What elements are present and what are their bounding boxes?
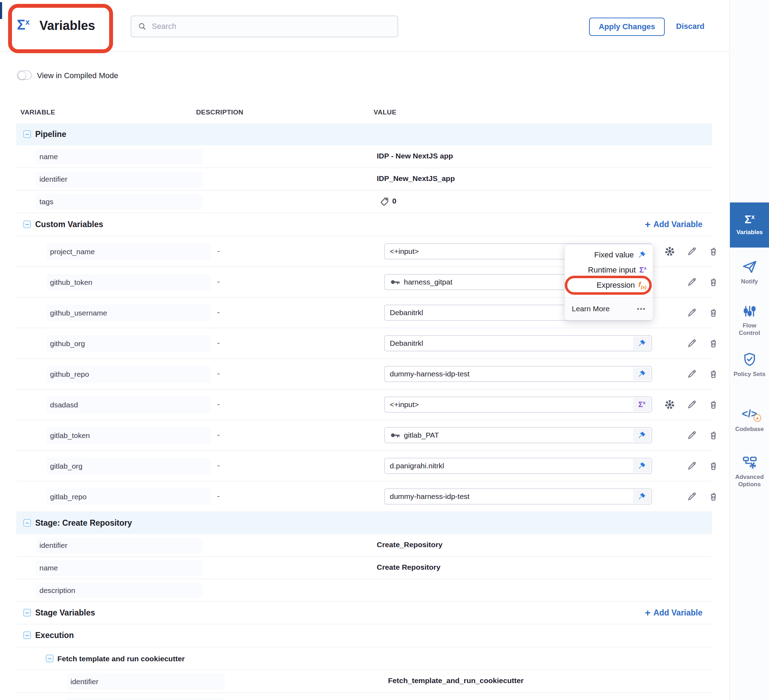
apply-changes-button[interactable]: Apply Changes (589, 18, 665, 36)
collapse-icon[interactable]: − (23, 519, 31, 527)
row-label-box: github_token (47, 274, 211, 291)
learn-more-link[interactable]: Learn More (572, 304, 610, 313)
delete-trash-icon[interactable] (708, 307, 719, 318)
edit-pencil-icon[interactable] (686, 399, 697, 410)
row-label-box: github_username (47, 304, 211, 322)
row-label-box: gitlab_org (47, 458, 211, 475)
shield-check-icon (742, 351, 758, 368)
menu-item-runtime-input[interactable]: Runtime input Σx (565, 262, 653, 277)
row-label-box: dsadasd (47, 396, 211, 414)
key-icon (390, 430, 401, 441)
section-pipeline: − Pipeline (16, 123, 712, 145)
table-row: identifier Create_Repository (16, 534, 712, 557)
sidebar-item-notify[interactable]: Notify (730, 259, 769, 285)
collapse-icon[interactable]: − (23, 609, 31, 616)
edit-pencil-icon[interactable] (686, 338, 697, 349)
settings-gear-icon[interactable] (664, 399, 675, 410)
section-custom-variables: − Custom Variables + Add Variable (16, 213, 712, 236)
search-input[interactable] (151, 21, 391, 31)
table-row: gitlab_repo - dummy-harness-idp-test (16, 481, 712, 512)
row-label-box: identifier (36, 172, 203, 187)
value-input[interactable]: dummy-harness-idp-test (384, 488, 652, 505)
row-label-box: github_org (47, 335, 211, 352)
row-label-box: name (36, 149, 203, 164)
runtime-input-chip[interactable]: Σx (633, 398, 651, 411)
table-row: github_org - Debanitrkl (16, 328, 712, 359)
sidebar-item-policy-sets[interactable]: Policy Sets (730, 351, 769, 378)
section-execution: − Execution (16, 624, 712, 647)
tag-icon (380, 196, 389, 206)
value-input[interactable]: Debanitrkl (384, 335, 652, 351)
add-variable-button[interactable]: + Add Variable (645, 602, 703, 624)
table-row: description (16, 579, 712, 602)
add-variable-button[interactable]: + Add Variable (645, 213, 703, 236)
section-title: Stage Variables (35, 608, 95, 618)
row-label-box: identifier (36, 537, 203, 553)
code-icon: </>▲ (742, 409, 757, 419)
row-label-box: gitlab_token (47, 427, 211, 444)
sidebar-item-variables[interactable]: Σx Variables (730, 203, 769, 248)
pin-chip[interactable] (633, 367, 651, 381)
edit-pencil-icon[interactable] (686, 460, 697, 471)
toggle-knob (18, 71, 26, 80)
sidebar-item-flow-control[interactable]: Flow Control (730, 304, 769, 337)
table-row: name IDP - New NextJS app (16, 145, 712, 168)
value-input[interactable]: d.panigrahi.nitrkl (384, 458, 652, 474)
row-label-box: name (36, 560, 203, 576)
value-input[interactable]: dummy-harness-idp-test (384, 366, 652, 382)
pin-chip[interactable] (633, 336, 651, 350)
edit-pencil-icon[interactable] (686, 430, 697, 441)
collapse-icon[interactable]: − (23, 631, 31, 639)
flowchart-gear-icon (742, 454, 758, 470)
plus-icon: + (645, 608, 650, 618)
annotation-title-box (8, 4, 113, 53)
table-row: gitlab_org - d.panigrahi.nitrkl (16, 451, 712, 481)
edit-pencil-icon[interactable] (686, 246, 697, 257)
collapse-icon[interactable]: − (46, 655, 53, 662)
col-value: VALUE (373, 108, 396, 116)
warning-badge-icon: ▲ (753, 414, 761, 422)
menu-item-fixed-value[interactable]: Fixed value (565, 247, 653, 262)
delete-trash-icon[interactable] (708, 338, 719, 349)
discard-link[interactable]: Discard (676, 22, 705, 31)
edit-pencil-icon[interactable] (686, 277, 697, 288)
sidebar-item-advanced-options[interactable]: Advanced Options (730, 454, 769, 488)
compiled-mode-toggle[interactable] (17, 71, 32, 80)
plus-icon: + (645, 220, 650, 230)
sigma-icon: Σx (744, 214, 755, 225)
pin-chip[interactable] (633, 459, 651, 473)
table-row: identifier Fetch_template_and_run_cookie… (16, 670, 712, 693)
table-row: identifier IDP_New_NextJS_app (16, 168, 712, 190)
pin-chip[interactable] (633, 490, 651, 503)
delete-trash-icon[interactable] (708, 491, 719, 502)
delete-trash-icon[interactable] (708, 460, 719, 471)
delete-trash-icon[interactable] (708, 277, 719, 288)
row-label-box: description (36, 583, 203, 598)
value-input[interactable]: <+input> Σx (384, 396, 652, 413)
row-label-box (67, 698, 225, 700)
section-title: Execution (35, 631, 74, 640)
table-row: name Create Repository (16, 557, 712, 579)
row-label-box: project_name (47, 243, 211, 260)
collapse-icon[interactable]: − (23, 130, 31, 138)
search-box[interactable] (130, 16, 398, 37)
delete-trash-icon[interactable] (708, 430, 719, 441)
secret-value-input[interactable]: gitlab_PAT (384, 427, 652, 443)
edit-pencil-icon[interactable] (686, 491, 697, 502)
row-label-box: gitlab_repo (47, 488, 211, 505)
settings-gear-icon[interactable] (664, 246, 675, 257)
delete-trash-icon[interactable] (708, 368, 719, 380)
more-options-icon[interactable]: ••• (637, 305, 646, 313)
edit-pencil-icon[interactable] (686, 368, 697, 380)
section-title: Pipeline (35, 130, 66, 139)
collapse-icon[interactable]: − (23, 220, 31, 228)
delete-trash-icon[interactable] (708, 246, 719, 257)
pin-chip[interactable] (633, 428, 651, 442)
section-stage: − Stage: Create Repository (16, 512, 712, 534)
table-row: gitlab_token - gitlab_PAT (16, 420, 712, 451)
variables-panel: Σx Variables Apply Changes Discard View … (0, 0, 769, 700)
search-icon (138, 22, 147, 31)
delete-trash-icon[interactable] (708, 399, 719, 410)
edit-pencil-icon[interactable] (686, 307, 697, 318)
sidebar-item-codebase[interactable]: </>▲ Codebase (730, 409, 769, 433)
